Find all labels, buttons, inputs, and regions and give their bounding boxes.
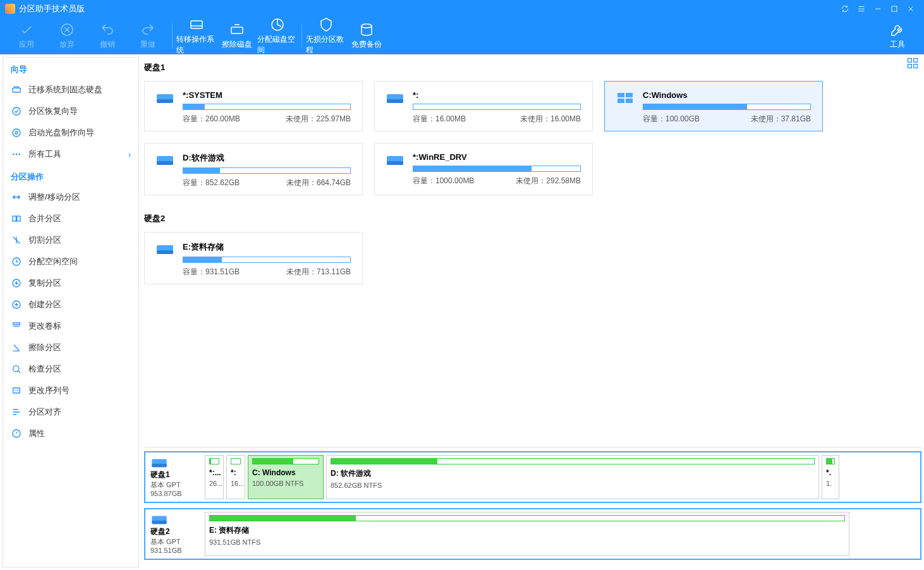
ops-item[interactable]: 调整/移动分区: [3, 186, 138, 208]
disk-map-row: 硬盘2基本 GPT931.51GBE: 资料存储931.51GB NTFS: [144, 508, 921, 560]
ops-icon: [11, 191, 22, 203]
partition-card[interactable]: E:资料存储容量：931.51GB未使用：713.11GB: [144, 232, 363, 284]
svg-point-5: [362, 24, 372, 28]
svg-point-10: [13, 154, 14, 154]
undo-button[interactable]: 撤销: [87, 18, 128, 54]
svg-rect-13: [13, 216, 16, 221]
usage-bar: [209, 515, 845, 521]
close-button[interactable]: [903, 1, 919, 17]
ops-label: 合并分区: [28, 213, 61, 224]
partition-name: C: Windows: [252, 468, 319, 477]
content-area: 硬盘1*:SYSTEM容量：260.00MB未使用：225.97MB*:容量：1…: [139, 54, 924, 570]
partition-card[interactable]: *:WinRE_DRV容量：1000.00MB未使用：292.58MB: [374, 143, 593, 195]
menu-button[interactable]: [853, 1, 870, 17]
ops-icon: [11, 406, 22, 418]
ops-label: 创建分区: [28, 299, 61, 310]
svg-rect-38: [157, 250, 173, 254]
ops-item[interactable]: 创建分区: [3, 294, 138, 315]
disk-map-header[interactable]: 硬盘2基本 GPT931.51GB: [148, 512, 202, 556]
ops-item[interactable]: 分区对齐: [3, 401, 138, 423]
migrate-os-button[interactable]: 转移操作系统: [176, 18, 217, 54]
wizard-label: 所有工具: [28, 149, 61, 160]
usage-bar: [331, 458, 815, 464]
refresh-button[interactable]: [837, 1, 853, 17]
discard-button[interactable]: 放弃: [47, 18, 87, 54]
usage-bar: [183, 167, 351, 174]
disk-map-partition[interactable]: E: 资料存储931.51GB NTFS: [205, 512, 849, 556]
capacity-label: 容量：852.62GB: [183, 178, 240, 188]
partition-card[interactable]: D:软件游戏容量：852.62GB未使用：664.74GB: [144, 143, 363, 195]
usage-bar: [826, 458, 835, 464]
ops-item[interactable]: 检查分区: [3, 358, 138, 380]
chevron-right-icon: ›: [128, 150, 131, 159]
ops-item[interactable]: 复制分区: [3, 272, 138, 294]
lossless-tutorial-button[interactable]: 无损分区教程: [306, 18, 346, 54]
wizard-item[interactable]: 迁移系统到固态硬盘: [3, 79, 138, 100]
window-title: 分区助手技术员版: [19, 3, 837, 15]
tools-button[interactable]: 工具: [877, 18, 918, 54]
partition-card[interactable]: *:容量：16.00MB未使用：16.00MB: [374, 81, 593, 131]
ops-item[interactable]: 更改序列号: [3, 380, 138, 401]
svg-rect-28: [387, 99, 403, 103]
ops-item[interactable]: 切割分区: [3, 229, 138, 251]
partition-card[interactable]: C:Windows容量：100.00GB未使用：37.81GB: [604, 81, 823, 131]
ops-icon: [11, 363, 22, 375]
disk-map-partition[interactable]: *:...26...: [205, 455, 224, 499]
wizard-icon: [11, 149, 22, 160]
wipe-disk-button[interactable]: 擦除磁盘: [217, 18, 257, 54]
minimize-button[interactable]: [870, 1, 886, 17]
ops-icon: [11, 256, 22, 267]
svg-rect-23: [908, 64, 912, 68]
ops-item[interactable]: 属性: [3, 423, 138, 444]
svg-rect-6: [13, 88, 20, 92]
disk-map-partition[interactable]: C: Windows100.00GB NTFS: [248, 455, 324, 499]
wizard-item[interactable]: 启动光盘制作向导: [3, 122, 138, 143]
svg-rect-2: [191, 21, 202, 28]
svg-rect-14: [17, 216, 20, 221]
disk-map-partition[interactable]: *.1.: [822, 455, 839, 499]
partition-name: E:资料存储: [183, 241, 351, 253]
disk-map-partition[interactable]: *:16...: [226, 455, 245, 499]
usage-bar: [413, 166, 581, 172]
ops-item[interactable]: 擦除分区: [3, 337, 138, 358]
ops-icon: [11, 213, 22, 224]
redo-button[interactable]: 重做: [128, 18, 168, 54]
ops-item[interactable]: 合并分区: [3, 208, 138, 229]
svg-point-11: [16, 154, 16, 154]
partition-card[interactable]: *:SYSTEM容量：260.00MB未使用：225.97MB: [144, 81, 363, 131]
disk-map-header[interactable]: 硬盘1基本 GPT953.87GB: [148, 455, 202, 499]
svg-rect-0: [892, 6, 897, 11]
free-backup-button[interactable]: 免费备份: [346, 18, 387, 54]
svg-point-18: [13, 366, 19, 372]
apply-button[interactable]: 应用: [6, 18, 47, 54]
wizard-item[interactable]: 所有工具›: [3, 143, 138, 165]
partition-name: D: 软件游戏: [331, 468, 815, 479]
view-toggle-button[interactable]: [906, 57, 919, 70]
wizard-heading: 向导: [3, 58, 138, 79]
sidebar: 向导 迁移系统到固态硬盘分区恢复向导启动光盘制作向导所有工具› 分区操作 调整/…: [3, 57, 139, 567]
svg-rect-29: [617, 93, 624, 97]
ops-item[interactable]: 分配空闲空间: [3, 251, 138, 272]
maximize-button[interactable]: [886, 1, 903, 17]
windows-icon: [616, 92, 634, 104]
ops-item[interactable]: 更改卷标: [3, 315, 138, 337]
partition-name: *:SYSTEM: [183, 90, 351, 100]
drive-icon: [156, 154, 174, 166]
ops-label: 更改序列号: [28, 385, 70, 396]
svg-rect-36: [387, 161, 403, 165]
disk-type: 基本 GPT: [150, 480, 202, 490]
disk-map-row: 硬盘1基本 GPT953.87GB*:...26...*:16...C: Win…: [144, 451, 921, 503]
wizard-item[interactable]: 分区恢复向导: [3, 100, 138, 122]
disk-map-partition[interactable]: D: 软件游戏852.62GB NTFS: [326, 455, 819, 499]
app-logo-icon: [5, 4, 15, 14]
ops-icon: [11, 428, 22, 439]
svg-rect-30: [626, 93, 633, 97]
partition-name: D:软件游戏: [183, 152, 351, 164]
ops-label: 擦除分区: [28, 342, 61, 353]
partition-name: *:...: [209, 468, 219, 477]
alloc-space-button[interactable]: 分配磁盘空间: [257, 18, 298, 54]
usage-bar: [209, 458, 219, 464]
partition-info: 26...: [209, 480, 219, 487]
wizard-label: 迁移系统到固态硬盘: [28, 84, 102, 95]
usage-bar: [231, 458, 241, 464]
